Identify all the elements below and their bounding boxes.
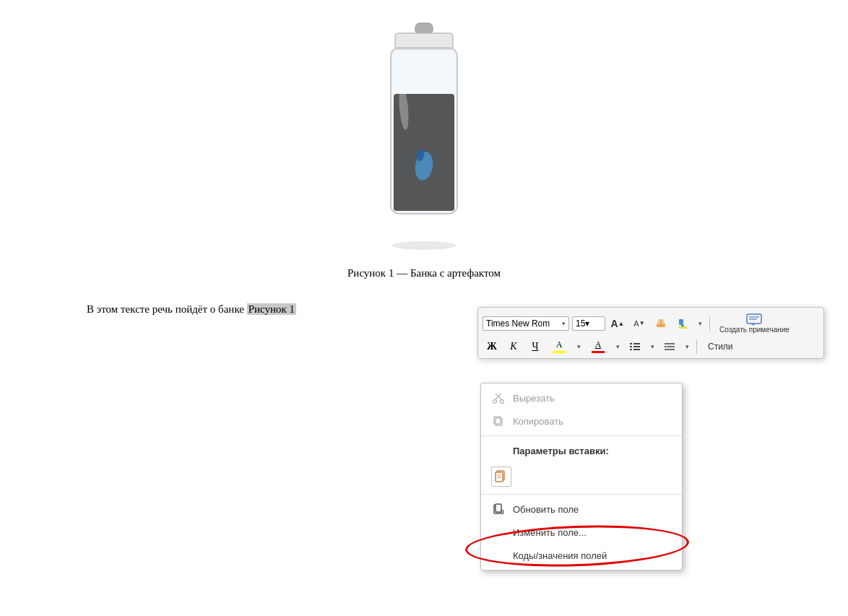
font-size-selector[interactable]: 15 ▾ [572,316,605,331]
floating-toolbar: Times New Rom ▾ 15 ▾ A▲ A▼ ▾ [477,307,824,359]
eraser-icon [655,318,667,329]
field-codes-icon [491,548,506,563]
toolbar-separator-2 [696,339,697,354]
styles-button[interactable]: Стили [701,339,740,354]
edit-field-label: Изменить поле... [513,527,587,538]
list-icon [629,342,641,352]
toolbar-row1: Times New Rom ▾ 15 ▾ A▲ A▼ ▾ [483,311,819,336]
italic-button[interactable]: К [504,338,523,355]
field-codes-label: Коды/значения полей [513,550,607,561]
svg-rect-20 [633,346,640,347]
cut-label: Вырезать [513,393,555,404]
update-field-icon [491,502,506,516]
toolbar-row2: Ж К Ч А ▾ А ▾ [483,338,819,355]
context-menu-edit-field[interactable]: Изменить поле... [481,521,682,544]
indent-button[interactable] [660,338,679,355]
font-color-chevron-icon: ▾ [616,343,620,350]
comment-label: Создать примечание [719,326,789,334]
paste-option-icon-1[interactable] [491,467,511,487]
indent-chevron-button[interactable]: ▾ [682,338,692,355]
underline-button[interactable]: Ч [526,338,545,355]
font-name-selector[interactable]: Times New Rom ▾ [483,316,569,331]
font-color-letter-icon: А [595,339,602,350]
indent-chevron-icon: ▾ [685,343,689,350]
svg-rect-17 [630,343,632,344]
svg-point-7 [392,241,456,250]
highlight-letter-icon: А [556,339,563,350]
jar-illustration [352,22,496,267]
font-color-button[interactable]: А [587,338,610,355]
figure-container: Рисунок 1 — Банка с артефактом [87,22,761,294]
figure-reference: Рисунок 1 [247,303,296,315]
font-name-label: Times New Rom [486,318,550,329]
list-chevron-icon: ▾ [651,343,654,350]
svg-rect-12 [678,326,687,329]
edit-field-icon [491,525,506,539]
context-menu-field-codes[interactable]: Коды/значения полей [481,544,682,567]
copy-label: Копировать [513,416,563,427]
highlight-chevron-button[interactable]: ▾ [574,338,584,355]
highlight-chevron-icon: ▾ [577,343,581,350]
svg-rect-21 [630,349,632,350]
indent-icon [664,342,675,352]
context-menu-sep-1 [481,435,682,436]
svg-rect-19 [630,346,632,347]
font-shrink-button[interactable]: A▼ [630,315,649,332]
context-menu-copy[interactable]: Копировать [481,409,682,433]
paint-format-button[interactable] [673,315,692,332]
paste-label-icon [491,443,506,458]
paste-options-label: Параметры вставки: [513,446,609,456]
highlight-color-button[interactable]: А [548,338,571,355]
context-menu-sep-2 [481,494,682,495]
paint-chevron-button[interactable]: ▾ [695,315,705,332]
svg-rect-38 [496,504,501,512]
font-size-label: 15 [576,318,585,329]
font-size-chevron-icon: ▾ [585,318,589,329]
list-chevron-button[interactable]: ▾ [647,338,657,355]
copy-icon [491,414,506,428]
toolbar-separator-1 [709,316,710,331]
bold-button[interactable]: Ж [483,338,501,355]
svg-marker-26 [665,346,667,348]
svg-rect-1 [395,33,453,49]
clear-format-button[interactable] [652,315,670,332]
paint-icon [677,318,688,329]
font-grow-button[interactable]: A▲ [608,315,627,332]
update-field-label: Обновить поле [513,504,579,515]
svg-rect-11 [679,319,683,325]
svg-point-30 [501,400,504,404]
figure-caption: Рисунок 1 — Банка с артефактом [347,267,501,279]
context-menu-paste-label: Параметры вставки: [481,439,682,462]
paste-keep-format-icon [495,470,508,483]
svg-rect-18 [633,343,640,344]
highlight-color-bar [553,351,566,353]
font-color-chevron-button[interactable]: ▾ [613,338,623,355]
list-button[interactable] [626,338,644,355]
svg-rect-22 [633,349,640,350]
comment-icon [745,313,763,326]
cut-icon [491,391,506,405]
font-name-chevron-icon: ▾ [562,320,566,327]
create-comment-button[interactable]: Создать примечание [714,311,795,336]
context-menu-update-field[interactable]: Обновить поле [481,498,682,521]
context-menu: Вырезать Копировать Параметры вставки: [480,383,683,571]
paint-chevron-icon: ▾ [698,320,702,327]
svg-point-29 [493,400,497,404]
paste-icons-row [481,462,682,491]
font-color-bar [592,351,605,353]
context-menu-cut[interactable]: Вырезать [481,386,682,409]
